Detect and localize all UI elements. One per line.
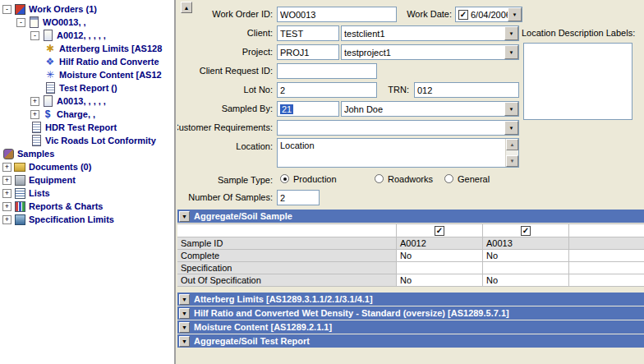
tree-item-moisture-content-as12[interactable]: Moisture Content [AS12 [0, 68, 174, 81]
radio-button-icon[interactable] [375, 174, 384, 183]
work-date-dropdown-button[interactable]: ▼ [508, 7, 522, 21]
tree-item-charge[interactable]: +Charge, , [0, 108, 174, 121]
tree-expander-plus-icon[interactable]: + [2, 215, 12, 224]
client-name-value: testclient1 [344, 29, 504, 39]
collapse-section-button[interactable]: ▼ [179, 211, 190, 222]
customer-requirements-combobox[interactable]: ▼ [277, 120, 519, 136]
grid-cell[interactable]: No [397, 274, 483, 286]
scroll-up-icon[interactable]: ▲ [506, 139, 518, 150]
location-scrollbar[interactable]: ▲ ▼ [505, 139, 518, 167]
tree-expander-minus-icon[interactable]: - [30, 31, 39, 40]
sampled-by-code-value: 21 [280, 104, 293, 114]
section-header-label: Moisture Content [AS1289.2.1.1] [194, 322, 332, 332]
grid-cell[interactable] [483, 262, 569, 274]
tree-item-vic-roads-lot-conformity[interactable]: Vic Roads Lot Conformity [0, 134, 174, 147]
tree-expander-plus-icon[interactable]: + [30, 97, 39, 106]
grid-cell[interactable] [397, 262, 483, 274]
tree-item-documents-0[interactable]: +Documents (0) [0, 160, 174, 173]
radio-general[interactable]: General [444, 173, 490, 184]
section-header-moisture-content-as1289-2-1-: ▼Moisture Content [AS1289.2.1.1] [177, 320, 644, 334]
collapse-down-arrow-icon: ▼ [182, 297, 187, 302]
scroll-down-icon[interactable]: ▼ [506, 155, 518, 167]
project-name-combobox[interactable]: testproject1 ▼ [341, 44, 519, 60]
project-code-field[interactable]: PROJ1 [277, 44, 339, 60]
tree-item-work-orders-1[interactable]: -Work Orders (1) [0, 2, 174, 16]
tree-expander-minus-icon[interactable]: - [2, 5, 12, 14]
location-textarea[interactable]: Location ▲ ▼ [277, 138, 519, 168]
tree-item-hilf-ratio-and-converte[interactable]: Hilf Ratio and Converte [0, 55, 174, 68]
tree-item-a0013[interactable]: +A0013, , , , , [0, 94, 174, 108]
lists-icon [14, 188, 25, 199]
grid-filler-cell [569, 237, 644, 249]
collapse-section-button[interactable]: ▼ [179, 294, 190, 305]
tree-item-equipment[interactable]: +Equipment [0, 173, 174, 187]
grid-cell[interactable]: A0013 [483, 237, 569, 249]
work-date-checkbox[interactable] [458, 10, 468, 20]
collapse-section-button[interactable]: ▼ [179, 322, 190, 333]
number-of-samples-field[interactable]: 2 [277, 190, 320, 205]
tree-item-label: Vic Roads Lot Conformity [45, 136, 156, 145]
customer-requirements-dropdown-button[interactable]: ▼ [504, 121, 518, 135]
sampled-by-dropdown-button[interactable]: ▼ [504, 102, 518, 116]
grid-cell[interactable]: A0012 [397, 237, 483, 249]
tree-item-reports-charts[interactable]: +Reports & Charts [0, 200, 174, 213]
radio-button-icon[interactable] [444, 174, 453, 183]
sample-select-checkbox[interactable] [435, 226, 444, 236]
collapse-form-button[interactable]: ▲ [181, 2, 192, 13]
grid-filler-cell [569, 262, 644, 274]
client-name-combobox[interactable]: testclient1 ▼ [341, 25, 519, 41]
tree-item-test-report[interactable]: Test Report () [0, 81, 174, 94]
report-icon [44, 83, 56, 94]
tree-expander-plus-icon[interactable]: + [2, 202, 12, 211]
tree-item-samples[interactable]: Samples [0, 147, 174, 160]
collapse-down-arrow-icon: ▼ [182, 325, 187, 330]
tree-expander-plus-icon[interactable]: + [2, 176, 12, 185]
work-date-picker[interactable]: 6/04/2006 ▼ [455, 7, 522, 22]
grid-row-label: Out Of Specification [177, 274, 397, 286]
tree-item-specification-limits[interactable]: +Specification Limits [0, 213, 174, 226]
grid-cell[interactable]: No [397, 250, 483, 261]
location-description-labels-listbox[interactable] [523, 43, 632, 120]
equipment-icon [14, 175, 25, 186]
work-date-label: Work Date: [407, 9, 452, 19]
radio-roadworks[interactable]: Roadworks [375, 173, 433, 184]
navigation-tree: -Work Orders (1)-WO0013, ,-A0012, , , , … [0, 0, 176, 364]
client-dropdown-button[interactable]: ▼ [504, 26, 518, 40]
work-order-id-field[interactable]: WO0013 [277, 7, 397, 22]
tree-expander-plus-icon[interactable]: + [2, 163, 12, 172]
client-code-field[interactable]: TEST [277, 25, 339, 41]
reports-icon [14, 201, 25, 212]
sampled-by-name-combobox[interactable]: John Doe ▼ [341, 101, 519, 117]
tree-item-a0012[interactable]: -A0012, , , , , [0, 29, 174, 42]
tree-expander-minus-icon[interactable]: - [16, 18, 25, 27]
collapse-down-arrow-icon: ▼ [182, 214, 187, 219]
tree-item-lists[interactable]: +Lists [0, 187, 174, 200]
tree-item-atterberg-limits-as128[interactable]: Atterberg Limits [AS128 [0, 42, 174, 55]
grid-filler-cell [569, 274, 644, 286]
tree-item-label: Hilf Ratio and Converte [59, 57, 159, 67]
customer-requirements-label: Customer Requirements: [177, 122, 273, 132]
trn-field[interactable]: 012 [414, 82, 519, 98]
tree-item-label: Documents (0) [29, 162, 91, 172]
tree-item-wo0013[interactable]: -WO0013, , [0, 16, 174, 29]
report-icon [30, 122, 42, 133]
sample-grid: Sample IDA0012A0013CompleteNoNoSpecifica… [177, 223, 644, 287]
tree-item-label: HDR Test Report [45, 122, 117, 132]
radio-button-icon[interactable] [280, 174, 289, 183]
collapse-section-button[interactable]: ▼ [179, 336, 190, 347]
client-request-id-field[interactable] [277, 63, 377, 79]
lot-no-field[interactable]: 2 [277, 82, 377, 98]
tree-expander-plus-icon[interactable]: + [2, 189, 12, 198]
sampled-by-code-field[interactable]: 21 [277, 101, 339, 117]
section-header-atterberg-limits-as1289-3-1-: ▼Atterberg Limits [AS1289.3.1.1/2.1/3.1/… [177, 293, 644, 306]
collapse-up-arrow-icon: ▲ [184, 5, 190, 11]
tree-item-hdr-test-report[interactable]: HDR Test Report [0, 121, 174, 134]
client-label: Client: [247, 28, 273, 38]
grid-cell[interactable]: No [483, 250, 569, 261]
sample-select-checkbox[interactable] [521, 226, 531, 236]
project-dropdown-button[interactable]: ▼ [504, 45, 518, 59]
grid-cell[interactable]: No [483, 274, 569, 286]
tree-expander-plus-icon[interactable]: + [30, 110, 39, 119]
collapse-section-button[interactable]: ▼ [179, 308, 190, 319]
radio-production[interactable]: Production [280, 173, 337, 184]
